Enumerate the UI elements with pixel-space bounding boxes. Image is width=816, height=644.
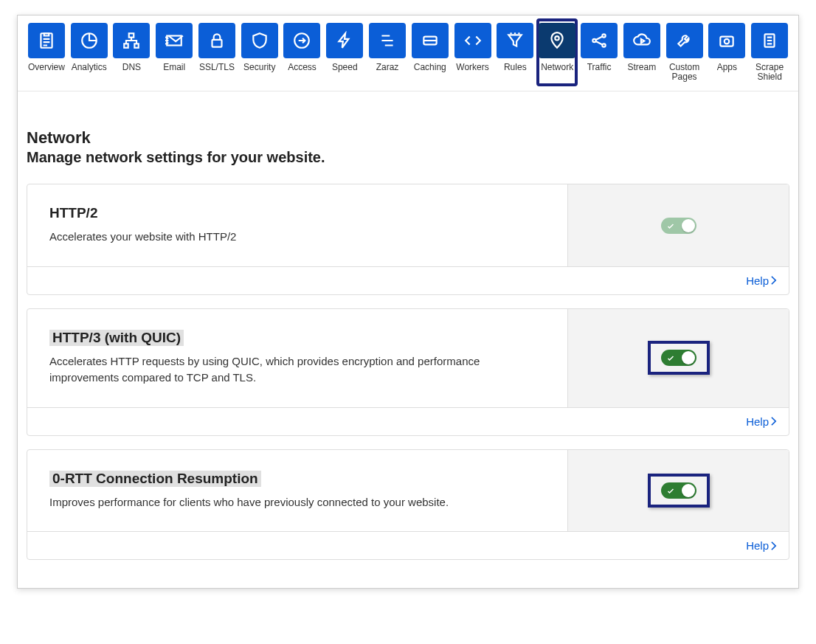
nav-security[interactable]: Security [240,23,280,82]
card-title: HTTP/3 (with QUIC) [49,330,184,346]
help-label: Help [746,415,769,428]
pin-icon [539,23,575,58]
toggle-knob [682,219,695,232]
lock-icon [198,23,235,58]
nav-label: Access [288,63,317,72]
nav-label: Speed [332,63,358,72]
toggle-knob [682,351,695,364]
svg-rect-4 [135,44,139,47]
http3-toggle[interactable] [661,350,696,366]
nav-label: DNS [122,63,141,72]
cloud-play-icon [623,23,660,58]
nav-custompages[interactable]: Custom Pages [665,23,705,82]
help-link[interactable]: Help [746,274,777,287]
nav-label: Scrape Shield [750,63,789,82]
nav-label: Caching [414,63,446,72]
nav-label: Overview [28,63,65,72]
chevron-right-icon [770,416,777,426]
nav-rules[interactable]: Rules [495,23,535,82]
card-desc: Accelerates HTTP requests by using QUIC,… [49,353,545,387]
nav-label: Security [243,63,275,72]
check-icon [666,353,675,361]
nav-access[interactable]: Access [283,23,322,82]
nav-label: Traffic [587,63,612,72]
nav-caching[interactable]: Caching [410,23,450,82]
svg-point-12 [602,44,605,46]
card-title: HTTP/2 [49,205,97,221]
camera-icon [708,23,745,58]
nav-scrapeshield[interactable]: Scrape Shield [750,23,789,82]
page-title: Network [27,128,789,148]
toggle-wrap [648,341,710,375]
help-label: Help [746,274,769,287]
code-icon [454,23,491,58]
help-link[interactable]: Help [746,415,777,428]
check-icon [666,221,675,229]
login-icon [283,23,320,58]
share-icon [581,23,618,58]
funnel-icon [497,23,533,58]
help-link[interactable]: Help [746,539,777,552]
nav-workers[interactable]: Workers [453,23,493,82]
svg-point-11 [602,34,605,37]
nav-label: Custom Pages [665,63,705,82]
nav-label: Workers [456,63,488,72]
svg-rect-6 [212,40,221,47]
nav-label: Zaraz [376,63,399,72]
nav-analytics[interactable]: Analytics [69,23,109,82]
nav-label: Email [163,63,185,72]
toggle-wrap [648,474,710,508]
layers-icon [369,23,406,58]
card-desc: Improves performance for clients who hav… [49,494,545,511]
nav-speed[interactable]: Speed [325,23,364,82]
svg-point-10 [592,39,595,42]
sitemap-icon [113,23,150,58]
app-frame: Overview Analytics DNS Email SSL/TLS [17,15,799,589]
nav-apps[interactable]: Apps [707,23,747,82]
svg-point-14 [725,39,730,44]
nav-label: Analytics [72,63,107,72]
card-http2: HTTP/2 Accelerates your website with HTT… [27,184,789,295]
wrench-icon [666,23,703,58]
shield-icon [241,23,278,58]
nav-label: Stream [627,63,656,72]
nav-zaraz[interactable]: Zaraz [367,23,407,82]
help-label: Help [746,539,769,552]
nav-email[interactable]: Email [154,23,194,82]
nav-label: Rules [504,63,527,72]
check-icon [666,485,675,494]
nav-network[interactable]: Network [536,18,578,86]
svg-rect-2 [129,33,134,37]
drive-icon [412,23,449,58]
nav-stream[interactable]: Stream [622,23,662,82]
nav-label: Network [541,63,573,72]
card-desc: Accelerates your website with HTTP/2 [49,229,545,246]
card-title: 0-RTT Connection Resumption [49,471,261,487]
nav-ssltls[interactable]: SSL/TLS [197,23,237,82]
http2-toggle[interactable] [661,218,696,234]
svg-rect-13 [721,37,733,46]
envelope-icon [156,23,193,58]
nav-dns[interactable]: DNS [112,23,152,82]
document-icon [751,23,788,58]
clipboard-icon [28,23,65,58]
card-0rtt: 0-RTT Connection Resumption Improves per… [27,449,789,561]
chevron-right-icon [770,275,777,285]
nav-label: Apps [717,63,737,72]
chevron-right-icon [770,541,777,551]
toggle-knob [682,484,695,497]
top-nav: Overview Analytics DNS Email SSL/TLS [18,15,798,91]
card-http3: HTTP/3 (with QUIC) Accelerates HTTP requ… [27,308,789,436]
nav-overview[interactable]: Overview [27,23,66,82]
zero-rtt-toggle[interactable] [661,482,696,499]
page-content: Network Manage network settings for your… [18,91,798,588]
svg-rect-3 [125,44,128,47]
pie-chart-icon [71,23,108,58]
nav-traffic[interactable]: Traffic [579,23,619,82]
svg-point-9 [555,36,559,40]
page-subtitle: Manage network settings for your website… [27,149,789,166]
nav-label: SSL/TLS [199,63,235,72]
bolt-icon [326,23,363,58]
toggle-wrap [661,218,696,234]
